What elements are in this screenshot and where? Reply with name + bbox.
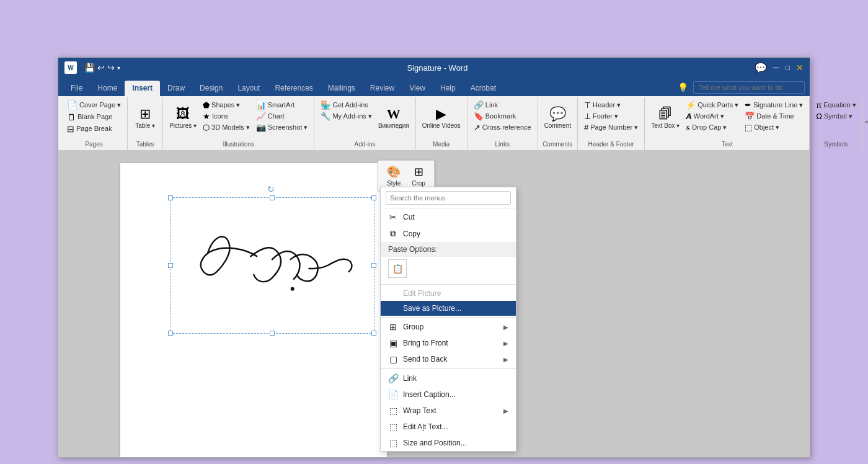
tab-acrobat[interactable]: Acrobat xyxy=(463,81,503,96)
resize-handle-bc[interactable] xyxy=(270,331,275,336)
pictures-button[interactable]: 🖼 Pictures ▾ xyxy=(167,100,199,137)
ribbon-collapse[interactable]: ⌃ xyxy=(863,97,868,150)
resize-handle-tr[interactable] xyxy=(371,195,376,200)
tab-view[interactable]: View xyxy=(402,81,433,96)
comment-button[interactable]: 💬 Comment xyxy=(542,100,574,137)
text-box-button[interactable]: 🗐 Text Box ▾ xyxy=(649,100,682,137)
save-icon[interactable]: 💾 xyxy=(84,63,95,73)
smartart-button[interactable]: 📊 SmartArt xyxy=(254,100,311,110)
ribbon-group-links: 🔗 Link 🔖 Bookmark ↗ Cross-reference Link… xyxy=(467,97,538,150)
online-videos-button[interactable]: ▶ Online Videos xyxy=(420,100,463,137)
tab-file[interactable]: File xyxy=(63,81,90,96)
resize-handle-tc[interactable] xyxy=(270,195,275,200)
icons-button[interactable]: ★ Icons xyxy=(200,111,252,122)
quick-parts-button[interactable]: ⚡ Quick Parts ▾ xyxy=(683,100,741,110)
get-addins-button[interactable]: 🏪 Get Add-ins xyxy=(318,100,374,110)
link-menu-item[interactable]: 🔗 Link xyxy=(381,370,516,386)
cut-menu-item[interactable]: ✂ Cut xyxy=(381,209,516,225)
minimize-button[interactable]: ─ xyxy=(773,63,779,73)
search-menus-input[interactable] xyxy=(386,191,511,205)
size-position-menu-item[interactable]: ⬚ Size and Position... xyxy=(381,435,516,451)
ribbon-tabs: File Home Insert Draw Design Layout Refe… xyxy=(58,78,810,96)
save-as-picture-menu-item[interactable]: Save as Picture... xyxy=(381,301,516,316)
blank-page-button[interactable]: 🗒 Blank Page xyxy=(64,112,123,123)
tab-layout[interactable]: Layout xyxy=(230,81,267,96)
cross-reference-button[interactable]: ↗ Cross-reference xyxy=(471,122,534,133)
resize-handle-br[interactable] xyxy=(371,331,376,336)
tell-me-input[interactable] xyxy=(693,81,805,94)
shapes-icon: ⬟ xyxy=(203,101,210,109)
text-box-icon: 🗐 xyxy=(658,107,672,121)
paste-keep-source-button[interactable]: 📋 xyxy=(388,259,407,278)
table-button[interactable]: ⊞ Table ▾ xyxy=(131,100,159,137)
object-button[interactable]: ⬚ Object ▾ xyxy=(742,122,805,133)
resize-handle-bl[interactable] xyxy=(168,331,173,336)
tab-design[interactable]: Design xyxy=(192,81,230,96)
symbol-icon: Ω xyxy=(816,112,822,120)
wordart-button[interactable]: A WordArt ▾ xyxy=(683,111,741,122)
equation-button[interactable]: π Equation ▾ xyxy=(813,100,858,110)
cover-page-button[interactable]: 📄 Cover Page ▾ xyxy=(64,100,123,111)
edit-picture-menu-item[interactable]: Edit Picture xyxy=(381,286,516,301)
customize-icon[interactable]: ▾ xyxy=(117,65,120,71)
text-group-label: Text xyxy=(722,141,733,149)
ribbon-group-media: ▶ Online Videos Media xyxy=(416,97,467,150)
edit-alt-text-menu-item[interactable]: ⬚ Edit Alt Text... xyxy=(381,419,516,435)
signature-line-button[interactable]: ✒ Signature Line ▾ xyxy=(742,100,805,110)
ribbon-group-text: 🗐 Text Box ▾ ⚡ Quick Parts ▾ A WordArt ▾… xyxy=(645,97,810,150)
footer-icon: ⊥ xyxy=(584,112,591,120)
cover-page-icon: 📄 xyxy=(67,101,78,110)
screenshot-button[interactable]: 📷 Screenshot ▾ xyxy=(254,122,311,133)
send-back-arrow: ▶ xyxy=(503,356,508,363)
rotate-handle[interactable]: ↻ xyxy=(267,184,275,194)
style-button[interactable]: 🎨 Style xyxy=(383,163,404,189)
drop-cap-button[interactable]: ꟊ Drop Cap ▾ xyxy=(683,122,741,133)
tab-draw[interactable]: Draw xyxy=(160,81,192,96)
tab-mailings[interactable]: Mailings xyxy=(321,81,363,96)
header-button[interactable]: ⊤ Header ▾ xyxy=(582,100,640,110)
insert-caption-menu-item[interactable]: 📄 Insert Caption... xyxy=(381,386,516,403)
tables-group-label: Tables xyxy=(136,141,154,149)
maximize-button[interactable]: □ xyxy=(786,63,790,72)
tab-review[interactable]: Review xyxy=(363,81,402,96)
crop-button[interactable]: ⊞ Crop xyxy=(408,163,429,189)
group-menu-item[interactable]: ⊞ Group ▶ xyxy=(381,319,516,335)
send-back-menu-item[interactable]: ▢ Send to Back ▶ xyxy=(381,351,516,367)
shapes-button[interactable]: ⬟ Shapes ▾ xyxy=(200,100,252,110)
tab-home[interactable]: Home xyxy=(90,81,125,96)
header-footer-group-label: Header & Footer xyxy=(588,141,634,149)
link-button[interactable]: 🔗 Link xyxy=(471,100,534,110)
date-time-button[interactable]: 📅 Date & Time xyxy=(742,111,805,122)
symbol-button[interactable]: Ω Symbol ▾ xyxy=(813,111,858,122)
divider-2 xyxy=(381,317,516,318)
context-menu-search[interactable] xyxy=(381,187,516,209)
wordart-icon: A xyxy=(686,112,691,120)
bookmark-icon: 🔖 xyxy=(474,112,484,120)
resize-handle-tl[interactable] xyxy=(168,195,173,200)
signature-image[interactable]: ↻ xyxy=(170,197,374,334)
chart-button[interactable]: 📈 Chart xyxy=(254,111,311,122)
page-break-button[interactable]: ⊟ Page Break xyxy=(64,123,123,135)
wikipedia-button[interactable]: W Википедия xyxy=(376,100,412,137)
resize-handle-mr[interactable] xyxy=(371,263,376,268)
lightbulb-icon: 💡 xyxy=(678,83,688,92)
page-number-button[interactable]: # Page Number ▾ xyxy=(582,122,640,133)
resize-handle-ml[interactable] xyxy=(168,263,173,268)
wrap-text-menu-item[interactable]: ⬚ Wrap Text ▶ xyxy=(381,403,516,419)
undo-icon[interactable]: ↩ xyxy=(97,63,105,73)
close-button[interactable]: ✕ xyxy=(796,63,804,73)
tab-references[interactable]: References xyxy=(267,81,320,96)
wrap-text-icon: ⬚ xyxy=(388,406,398,416)
paste-options-header: Paste Options: xyxy=(381,242,516,257)
bookmark-button[interactable]: 🔖 Bookmark xyxy=(471,111,534,122)
tab-insert[interactable]: Insert xyxy=(125,81,160,96)
3d-models-icon: ⬡ xyxy=(203,123,210,132)
bring-front-menu-item[interactable]: ▣ Bring to Front ▶ xyxy=(381,335,516,351)
footer-button[interactable]: ⊥ Footer ▾ xyxy=(582,111,640,122)
my-addins-button[interactable]: 🔧 My Add-ins ▾ xyxy=(318,111,374,122)
3d-models-button[interactable]: ⬡ 3D Models ▾ xyxy=(200,122,252,133)
comment-icon[interactable]: 💬 xyxy=(755,62,767,74)
copy-menu-item[interactable]: ⧉ Copy xyxy=(381,225,516,242)
tab-help[interactable]: Help xyxy=(433,81,463,96)
redo-icon[interactable]: ↪ xyxy=(107,63,115,73)
